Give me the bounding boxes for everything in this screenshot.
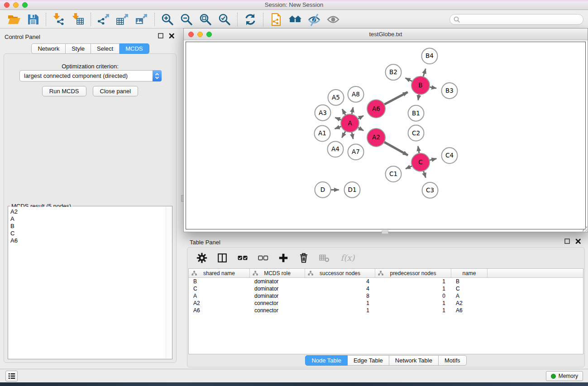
table-row[interactable]: A2connector11A2: [189, 300, 583, 307]
cell-shared-name[interactable]: A: [189, 293, 250, 299]
zoom-selected-icon[interactable]: [215, 12, 234, 27]
tab-edge-table[interactable]: Edge Table: [348, 355, 389, 366]
cell-successor-nodes[interactable]: 8: [305, 293, 375, 299]
graph-node-A6[interactable]: A6: [367, 100, 385, 118]
mac-minimize-button[interactable]: [13, 2, 19, 8]
control-panel-close-icon[interactable]: [168, 33, 175, 39]
graph-edge-B-B4[interactable]: [423, 69, 425, 78]
network-window-titlebar[interactable]: testGlobe.txt: [184, 29, 588, 40]
cell-shared-name[interactable]: C: [189, 286, 250, 292]
table-panel-close-icon[interactable]: [575, 238, 581, 244]
cell-name[interactable]: A2: [451, 300, 488, 306]
optimization-criterion-select[interactable]: largest connected component (directed): [19, 70, 162, 81]
cell-MCDS-role[interactable]: dominator: [250, 286, 305, 292]
graph-node-C[interactable]: C: [411, 153, 430, 172]
cell-predecessor-nodes[interactable]: 1: [375, 286, 451, 292]
mcds-result-item[interactable]: B: [10, 223, 172, 230]
graph-node-A[interactable]: A: [341, 114, 359, 132]
cell-MCDS-role[interactable]: dominator: [250, 293, 305, 299]
table-row[interactable]: Cdominator41C: [189, 285, 583, 292]
cell-name[interactable]: A: [451, 293, 488, 299]
graph-node-A8[interactable]: A8: [348, 86, 364, 102]
cell-MCDS-role[interactable]: connector: [250, 300, 305, 306]
refresh-icon[interactable]: [241, 12, 260, 27]
tab-network-table[interactable]: Network Table: [389, 355, 439, 366]
import-network-icon[interactable]: [49, 12, 68, 27]
column-header-name[interactable]: name: [451, 269, 488, 277]
tab-network[interactable]: Network: [31, 43, 66, 54]
table-row[interactable]: Adominator80A: [189, 292, 583, 300]
tab-motifs[interactable]: Motifs: [439, 355, 467, 366]
zoom-out-icon[interactable]: [177, 12, 196, 27]
mcds-result-item[interactable]: A: [10, 215, 172, 223]
cell-successor-nodes[interactable]: 4: [305, 278, 375, 285]
search-input[interactable]: [460, 15, 583, 24]
cell-shared-name[interactable]: A2: [189, 300, 250, 306]
graph-node-B4[interactable]: B4: [422, 48, 438, 64]
graph-node-A3[interactable]: A3: [315, 105, 331, 121]
splitter-handle-horizontal[interactable]: [382, 230, 388, 234]
cell-MCDS-role[interactable]: connector: [250, 307, 305, 314]
tab-style[interactable]: Style: [66, 43, 91, 54]
control-panel-float-icon[interactable]: [158, 33, 164, 39]
column-header-MCDS-role[interactable]: MCDS role: [250, 269, 305, 277]
network-zoom-button[interactable]: [206, 32, 212, 37]
graph-node-C2[interactable]: C2: [408, 125, 424, 141]
gear-icon[interactable]: [196, 252, 208, 264]
cell-shared-name[interactable]: B: [189, 278, 250, 285]
graph-node-D1[interactable]: D1: [344, 182, 360, 198]
column-header-predecessor-nodes[interactable]: predecessor nodes: [375, 269, 451, 277]
graph-node-C1[interactable]: C1: [386, 166, 402, 182]
graph-node-B2[interactable]: B2: [386, 64, 402, 80]
column-header-shared-name[interactable]: shared name: [189, 269, 250, 277]
cell-predecessor-nodes[interactable]: 1: [375, 307, 451, 314]
cell-predecessor-nodes[interactable]: 1: [375, 300, 451, 306]
houses-icon[interactable]: [286, 12, 305, 27]
graph-node-D[interactable]: D: [315, 182, 331, 198]
table-panel-float-icon[interactable]: [564, 238, 570, 244]
export-table-icon[interactable]: [113, 12, 132, 27]
network-close-button[interactable]: [188, 32, 194, 37]
mcds-result-item[interactable]: C: [10, 230, 172, 237]
select-all-icon[interactable]: [236, 252, 249, 264]
cell-name[interactable]: B: [451, 278, 488, 285]
table-row[interactable]: Bdominator41B: [189, 278, 583, 285]
mcds-result-item[interactable]: A6: [10, 237, 172, 244]
memory-button[interactable]: Memory: [546, 371, 583, 381]
graph-edge-A6-B[interactable]: [383, 92, 408, 105]
graph-edge-A2-C[interactable]: [383, 142, 408, 155]
cell-successor-nodes[interactable]: 1: [305, 307, 375, 314]
graph-node-C3[interactable]: C3: [422, 182, 438, 198]
eye-slash-icon[interactable]: [305, 12, 324, 27]
network-minimize-button[interactable]: [197, 32, 203, 37]
cell-successor-nodes[interactable]: 1: [305, 300, 375, 306]
export-network-icon[interactable]: [94, 12, 113, 27]
mcds-result-scrollbar[interactable]: [166, 207, 172, 358]
mac-zoom-button[interactable]: [22, 2, 28, 8]
mcds-result-list[interactable]: A2ABCA6: [9, 207, 172, 358]
column-header-successor-nodes[interactable]: successor nodes: [305, 269, 375, 277]
graph-node-C4[interactable]: C4: [442, 148, 458, 163]
eye-icon[interactable]: [324, 12, 343, 27]
cell-MCDS-role[interactable]: dominator: [250, 278, 305, 285]
cell-name[interactable]: A6: [451, 307, 488, 314]
save-session-icon[interactable]: [24, 12, 43, 27]
graph-node-B1[interactable]: B1: [408, 105, 424, 121]
table-row[interactable]: A6connector11A6: [189, 307, 583, 314]
cell-name[interactable]: C: [451, 286, 488, 292]
search-box[interactable]: [449, 14, 583, 25]
zoom-fit-icon[interactable]: [196, 12, 215, 27]
mcds-result-item[interactable]: A2: [10, 208, 172, 215]
tab-mcds[interactable]: MCDS: [120, 43, 149, 54]
add-column-icon[interactable]: [277, 252, 290, 264]
run-mcds-button[interactable]: Run MCDS: [42, 86, 86, 96]
graph-node-A5[interactable]: A5: [328, 90, 344, 105]
delete-column-icon[interactable]: [297, 252, 310, 264]
cell-predecessor-nodes[interactable]: 1: [375, 278, 451, 285]
network-canvas[interactable]: B4B2BB3A8A5A6A3B1AA1C2A2A4A7C4CC1C3DD1: [186, 42, 586, 229]
graph-node-B[interactable]: B: [411, 76, 430, 95]
export-image-icon[interactable]: [132, 12, 151, 27]
import-table-icon[interactable]: [68, 12, 87, 27]
tab-node-table[interactable]: Node Table: [305, 355, 348, 366]
graph-node-B3[interactable]: B3: [442, 83, 458, 99]
